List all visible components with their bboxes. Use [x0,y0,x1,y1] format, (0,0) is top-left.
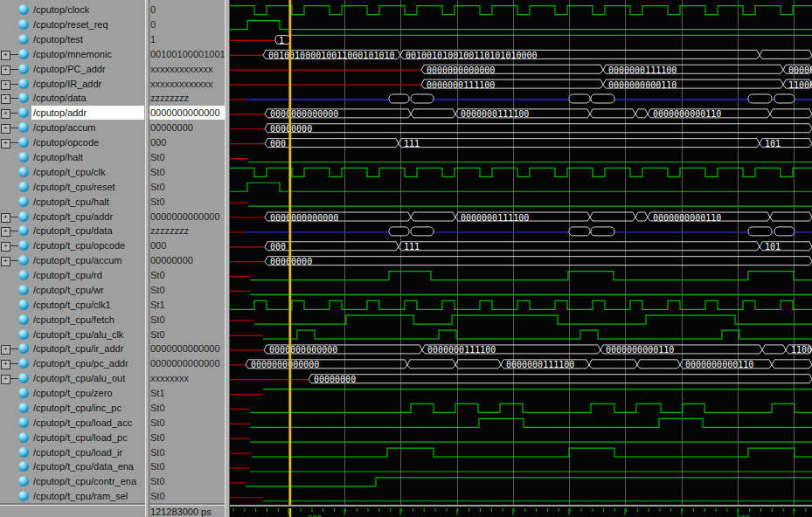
signal-icon [18,358,29,369]
bus-value-label: 0000000111100 [427,80,495,90]
signal-name: /cputop/t_cpu/zero [33,388,113,398]
signal-row[interactable]: +/cputop/IR_addrxxxxxxxxxxxxx [0,77,230,92]
waveform-pane[interactable]: 1001001000010011000101010001001010010011… [230,0,812,505]
expand-icon[interactable]: + [1,65,10,75]
signal-row[interactable]: /cputop/t_cpu/clk1St1 [0,298,230,313]
signal-row[interactable]: /cputop/haltSt0 [0,150,230,165]
signal-row[interactable]: +/cputop/t_cpu/accum00000000 [0,253,230,268]
signal-value: St1 [150,388,165,398]
signal-row[interactable]: /cputop/t_cpu/resetSt0 [0,180,230,195]
signal-name: /cputop/addr [33,107,87,118]
signal-row[interactable]: /cputop/test1 [0,32,230,47]
signal-row[interactable]: +/cputop/t_cpu/datazzzzzzzz [0,224,230,238]
bus-value-label: 0010010100100110101010000 [406,51,538,60]
expand-icon[interactable]: + [1,139,10,148]
signal-row[interactable]: /cputop/t_cpu/load_irSt0 [0,445,230,460]
wave-row-/cputop/t_cpu/alu_out: 00000000 [230,375,812,385]
signal-name: /cputop/t_cpu/rd [33,270,102,280]
signal-name: /cputop/PC_addr [33,64,106,74]
signal-value: 1 [150,34,156,45]
bus-value-label: 00000000 [314,375,356,384]
signal-value: St0 [150,491,165,501]
signal-row[interactable]: /cputop/t_cpu/ram_selSt0 [0,489,230,504]
signal-icon [18,49,29,59]
signal-value: xxxxxxxx [150,373,189,383]
bus-value-label: 0000000000000 [427,65,495,75]
signal-name: /cputop/test [33,34,83,45]
bus-bubble [389,94,409,103]
expand-icon[interactable]: + [1,242,10,252]
signal-value: St0 [150,432,165,443]
signal-icon [18,300,29,310]
signal-row[interactable]: +/cputop/t_cpu/addr0000000000000 [0,210,230,224]
signal-value: St0 [150,447,165,458]
expand-icon[interactable]: + [1,213,10,223]
signal-icon [18,403,29,413]
signal-value: St0 [150,270,165,280]
signal-row[interactable]: /cputop/t_cpu/haltSt0 [0,195,230,210]
bus-value-label: 111 [404,242,420,252]
signal-row[interactable]: +/cputop/datazzzzzzzz [0,91,230,106]
signal-row[interactable]: /cputop/t_cpu/alu_clkSt0 [0,327,230,342]
signal-row[interactable]: /cputop/clock0 [0,3,230,17]
signal-row[interactable]: +/cputop/t_cpu/alu_outxxxxxxxx [0,371,230,386]
signal-row[interactable]: +/cputop/PC_addrxxxxxxxxxxxxx [0,62,230,77]
signal-value: St0 [150,196,165,207]
signal-value: St0 [150,152,165,162]
expand-icon[interactable]: + [1,257,10,266]
expand-icon[interactable]: + [1,345,10,355]
signal-row[interactable]: /cputop/t_cpu/inc_pcSt0 [0,401,230,416]
signal-row[interactable]: +/cputop/t_cpu/opcode000 [0,238,230,253]
wave-row-/cputop/t_cpu/zero [230,389,812,395]
signal-row[interactable]: /cputop/t_cpu/clkSt0 [0,165,230,180]
bus-value-label: 111 [404,139,420,148]
signal-name: /cputop/reset_req [33,19,108,30]
signal-row[interactable]: +/cputop/mnemonic00100100001001 [0,47,230,62]
signal-row[interactable]: +/cputop/t_cpu/ir_addr0000000000000 [0,341,230,356]
wave-window: /cputop/clock0/cputop/reset_req0/cputop/… [0,0,812,517]
timeline-ruler[interactable]: 200400 [230,505,812,517]
signal-row[interactable]: +/cputop/t_cpu/pc_addr0000000000000 [0,356,230,371]
signal-icon [18,270,29,280]
expand-icon[interactable]: + [1,80,10,90]
expand-icon[interactable]: + [1,360,10,369]
signal-value: 00000000 [150,255,193,265]
wave-row-/cputop/addr: 000000000000000000001111000000000000110 [230,109,812,120]
signal-row[interactable]: /cputop/t_cpu/load_pcSt0 [0,431,230,445]
signal-name: /cputop/t_cpu/alu_clk [33,329,123,340]
signal-value: zzzzzzzz [150,93,189,103]
column-splitter-names-values[interactable] [145,0,149,517]
bus-bubble [748,94,772,103]
signal-row[interactable]: /cputop/t_cpu/load_accSt0 [0,416,230,431]
expand-icon[interactable]: + [1,124,10,134]
signal-row[interactable]: +/cputop/accum00000000 [0,121,230,135]
signal-icon [18,225,29,236]
signal-row[interactable]: /cputop/t_cpu/rdSt0 [0,268,230,283]
wave-row-/cputop/t_cpu/data [230,227,812,236]
signal-row[interactable]: /cputop/reset_req0 [0,17,230,32]
signal-row[interactable]: /cputop/t_cpu/contr_enaSt0 [0,474,230,489]
expand-icon[interactable]: + [1,51,10,60]
signal-icon [18,240,29,251]
signal-name: /cputop/accum [33,122,96,133]
column-splitter-values-wave[interactable] [225,0,230,517]
wave-row-/cputop/t_cpu/rd [230,272,812,280]
expand-icon[interactable]: + [1,375,10,384]
signal-row[interactable]: /cputop/t_cpu/fetchSt0 [0,313,230,327]
expand-icon[interactable]: + [1,94,10,104]
bus-value-label: 1 [279,36,284,45]
bus-value-label: 0000000111100 [461,213,529,223]
tree-connector [10,69,18,70]
signal-name: /cputop/opcode [33,137,99,148]
expand-icon[interactable]: + [1,109,10,119]
expand-icon[interactable]: + [1,227,10,237]
signal-icon [18,152,29,162]
signal-row[interactable]: /cputop/t_cpu/wrSt0 [0,283,230,298]
signal-row[interactable]: /cputop/t_cpu/data_enaSt0 [0,459,230,474]
signal-row[interactable]: /cputop/t_cpu/zeroSt1 [0,386,230,401]
wave-row-/cputop/t_cpu/addr: 000000000000000000001111000000000000110 [230,212,812,223]
bus-bubble [569,94,590,103]
signal-row[interactable]: +/cputop/opcode000 [0,135,230,150]
wave-row-/cputop/t_cpu/data_ena [230,468,812,472]
signal-row[interactable]: +/cputop/addr0000000000000 [0,106,230,121]
